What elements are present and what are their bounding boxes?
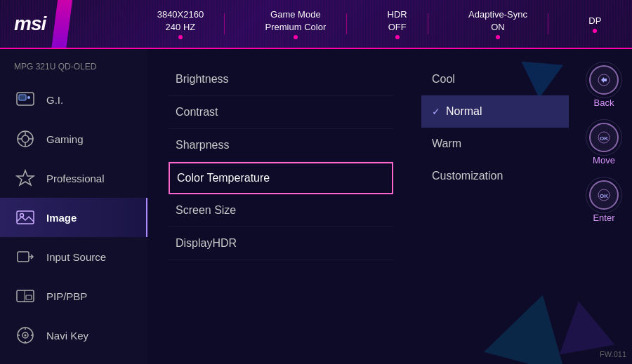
- gaming-icon: [14, 128, 37, 150]
- monitor-label: MPG 321U QD-OLED: [0, 56, 147, 80]
- svg-point-27: [598, 189, 610, 201]
- logo-slash-deco: [51, 0, 72, 48]
- sidebar-item-gaming-label: Gaming: [46, 133, 84, 145]
- sidebar-item-gi-label: G.I.: [46, 94, 63, 106]
- svg-rect-12: [18, 252, 29, 262]
- option-normal[interactable]: ✓ Normal: [421, 95, 569, 128]
- menu-item-contrast[interactable]: Contrast: [169, 96, 393, 129]
- option-customization[interactable]: Customization: [421, 160, 569, 192]
- navi-key-icon: [14, 324, 37, 346]
- sidebar-item-gaming[interactable]: Gaming: [0, 119, 147, 159]
- msi-logo-area: msi: [0, 0, 126, 48]
- top-banner: msi 3840X2160 240 HZ Game Mode Premium C…: [0, 0, 632, 49]
- svg-text:OK: OK: [600, 135, 608, 142]
- stat-dot-5: [593, 29, 597, 33]
- move-label: Move: [593, 155, 615, 166]
- back-btn-circle: [589, 65, 619, 95]
- stat-dot-2: [294, 35, 298, 39]
- image-icon: [14, 206, 37, 229]
- stat-dot-1: [178, 35, 183, 39]
- svg-point-19: [25, 335, 27, 337]
- firmware-version: FW.011: [600, 350, 626, 358]
- sidebar-item-professional[interactable]: Professional: [0, 159, 147, 198]
- sidebar-scroll-down[interactable]: ▽: [0, 355, 147, 364]
- menu-item-sharpness[interactable]: Sharpness: [169, 129, 393, 162]
- right-controls: Back OK Move OK Enter FW.011: [576, 49, 632, 364]
- stat-dot-3: [395, 35, 400, 39]
- svg-rect-15: [26, 295, 32, 299]
- option-cool[interactable]: Cool: [421, 63, 569, 95]
- svg-point-2: [27, 96, 30, 99]
- stat-game-mode: Game Mode Premium Color: [265, 8, 327, 39]
- menu-item-screen-size[interactable]: Screen Size: [169, 194, 393, 227]
- enter-button[interactable]: OK Enter: [589, 180, 619, 223]
- svg-point-25: [598, 132, 610, 143]
- move-button[interactable]: OK Move: [589, 123, 619, 166]
- stat-dot-4: [496, 35, 500, 39]
- check-mark-icon: ✓: [432, 106, 440, 117]
- enter-label: Enter: [593, 213, 614, 223]
- sidebar-item-professional-label: Professional: [46, 173, 105, 184]
- stat-resolution: 3840X2160 240 HZ: [157, 8, 204, 39]
- main-content: MPG 321U QD-OLED G.I.: [0, 49, 632, 364]
- back-button[interactable]: Back: [589, 65, 619, 108]
- center-panel: Brightness Contrast Sharpness Color Temp…: [147, 49, 414, 364]
- menu-item-displayhdr[interactable]: DisplayHDR: [169, 227, 393, 260]
- gi-icon: [14, 88, 37, 111]
- sidebar-item-input-source-label: Input Source: [46, 251, 106, 263]
- msi-logo: msi: [14, 13, 46, 35]
- svg-point-4: [22, 135, 29, 142]
- options-panel: Cool ✓ Normal Warm Customization: [414, 49, 576, 364]
- stat-dp: DP: [588, 15, 601, 33]
- sidebar-item-input-source[interactable]: Input Source: [0, 237, 147, 276]
- svg-rect-10: [17, 211, 34, 224]
- move-btn-circle: OK: [589, 123, 619, 152]
- sidebar-item-navi-key[interactable]: Navi Key: [0, 316, 147, 355]
- svg-text:OK: OK: [600, 193, 608, 199]
- input-source-icon: [14, 245, 37, 268]
- sidebar: MPG 321U QD-OLED G.I.: [0, 49, 147, 364]
- back-label: Back: [594, 97, 614, 108]
- banner-stats: 3840X2160 240 HZ Game Mode Premium Color…: [126, 8, 632, 39]
- stat-adaptive-sync: Adaptive-Sync ON: [468, 8, 527, 39]
- sidebar-item-navi-key-label: Navi Key: [46, 330, 88, 342]
- stat-hdr: HDR OFF: [388, 8, 407, 39]
- sidebar-item-pip-pbp-label: PIP/PBP: [46, 290, 87, 302]
- svg-rect-1: [19, 95, 26, 100]
- professional-icon: [14, 167, 37, 189]
- sidebar-item-image-label: Image: [46, 212, 77, 224]
- menu-item-brightness[interactable]: Brightness: [169, 63, 393, 96]
- option-warm[interactable]: Warm: [421, 128, 569, 160]
- enter-btn-circle: OK: [589, 180, 619, 210]
- svg-marker-9: [17, 170, 34, 185]
- sidebar-item-image[interactable]: Image: [0, 198, 147, 237]
- pip-pbp-icon: [14, 285, 37, 307]
- sidebar-item-gi[interactable]: G.I.: [0, 80, 147, 119]
- sidebar-item-pip-pbp[interactable]: PIP/PBP: [0, 276, 147, 316]
- svg-point-24: [598, 74, 610, 86]
- menu-item-color-temperature[interactable]: Color Temperature: [169, 162, 393, 194]
